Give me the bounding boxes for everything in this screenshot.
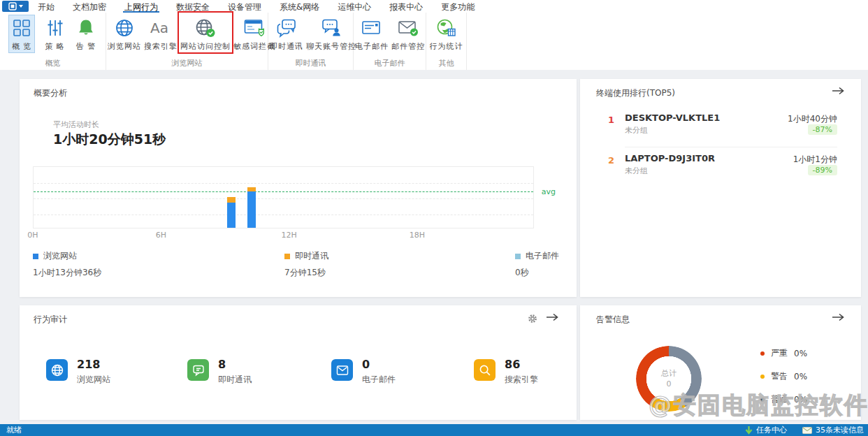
ranking-row[interactable]: 1 DESKTOP-VLKTLE1 未分组 1小时40分钟 -87% [580, 112, 861, 140]
menu-item-start[interactable]: 开始 [36, 1, 56, 13]
legend-label: 电子邮件 [526, 250, 559, 262]
unread-messages-label: 35条未读信息 [816, 425, 864, 435]
mail-icon [361, 17, 382, 39]
legend-label: 警告 [771, 370, 788, 382]
globe-icon [115, 17, 134, 39]
stat-label: 即时通讯 [218, 374, 252, 386]
change-badge: -89% [808, 165, 837, 175]
terminal-duration: 1小时1分钟 [793, 154, 837, 166]
legend-label: 普通 [771, 393, 788, 405]
task-center-button[interactable]: 任务中心 [745, 425, 787, 435]
ribbon-item-browse-web[interactable]: 浏览网站 [106, 15, 143, 53]
chat-icon [187, 359, 209, 381]
sliders-icon [45, 17, 65, 39]
ribbon-item-label: 网站访问控制 [180, 41, 231, 52]
ribbon-item-label: 电子邮件 [355, 41, 389, 52]
menu-item-data-security[interactable]: 数据安全 [175, 1, 211, 13]
terminal-name: DESKTOP-VLKTLE1 [625, 112, 720, 123]
ribbon-item-label: 行为统计 [430, 41, 463, 52]
ribbon-group-other: 行为统计 其他 [426, 13, 467, 70]
legend-value: 1小时13分钟36秒 [33, 267, 101, 279]
summary-panel: 概要分析 平均活动时长 1小时20分钟51秒 avg 0H6H12H18H 浏览… [20, 79, 577, 297]
arrow-right-icon[interactable] [546, 313, 558, 324]
summary-panel-title: 概要分析 [34, 87, 67, 99]
rank-number: 1 [608, 115, 614, 125]
ribbon-item-overview[interactable]: 概 览 [8, 15, 36, 53]
chat-user-icon [321, 17, 342, 39]
legend-label: 浏览网站 [43, 250, 77, 262]
stat-search-engine[interactable]: 86 搜索引擎 [474, 359, 538, 386]
menu-item-system-network[interactable]: 系统&网络 [278, 1, 321, 13]
terminal-name: LAPTOP-D9J3IT0R [625, 153, 715, 164]
ribbon-item-mail-control[interactable]: 邮件管控 [390, 15, 426, 53]
avg-activity-label: 平均活动时长 [53, 119, 99, 130]
stat-value: 86 [505, 359, 538, 370]
legend-dot [760, 351, 765, 356]
chart-bar-segment [227, 203, 236, 228]
ribbon-item-label: 邮件管控 [391, 41, 425, 52]
ribbon-item-behavior-stats[interactable]: 行为统计 [428, 15, 465, 53]
chevron-down-icon [19, 5, 23, 8]
menu-item-device-mgmt[interactable]: 设备管理 [226, 1, 263, 13]
stat-value: 0 [362, 359, 396, 370]
ribbon-item-email[interactable]: 电子邮件 [354, 15, 390, 53]
menu-item-report-center[interactable]: 报表中心 [388, 1, 424, 13]
ribbon-item-label: 搜索引擎 [144, 41, 178, 52]
ribbon-group-label: 电子邮件 [354, 59, 426, 70]
ribbon-group-im: 即时通讯 聊天账号管控 即时通讯 [268, 13, 354, 70]
x-axis-tick: 6H [156, 231, 166, 240]
donut-center-value: 0 [667, 379, 672, 389]
ranking-row[interactable]: 2 LAPTOP-D9J3IT0R 未分组 1小时1分钟 -89% [580, 153, 861, 181]
ribbon-item-label: 概 览 [12, 41, 32, 52]
grid-icon [12, 17, 31, 39]
menu-items: 开始 文档加密 上网行为 数据安全 设备管理 系统&网络 运维中心 报表中心 更… [36, 0, 476, 13]
svg-text:Aa: Aa [150, 20, 168, 36]
globe-stats-icon [436, 17, 457, 39]
ribbon-item-policy[interactable]: 策 略 [43, 15, 66, 53]
menu-item-doc-encrypt[interactable]: 文档加密 [71, 1, 108, 13]
ribbon-item-alert[interactable]: 告 警 [75, 15, 98, 53]
audit-panel-title: 行为审计 [34, 314, 67, 326]
stat-browse-web[interactable]: 218 浏览网站 [46, 359, 110, 386]
search-icon [474, 359, 496, 381]
ribbon-item-search-engine[interactable]: Aa 搜索引擎 [143, 15, 179, 53]
ribbon-item-label: 浏览网站 [108, 41, 141, 52]
ribbon-group-overview: 概 览 策 略 告 警 概览 [0, 13, 106, 70]
legend-swatch [515, 254, 521, 259]
menu-item-more[interactable]: 更多功能 [440, 1, 476, 13]
globe-icon [46, 359, 68, 381]
donut-center-label: 总计 [661, 368, 677, 379]
stat-im[interactable]: 8 即时通讯 [187, 359, 252, 386]
legend-value: 0% [794, 395, 807, 405]
gear-icon[interactable] [528, 314, 537, 326]
change-badge: -87% [808, 124, 837, 135]
arrow-right-icon[interactable] [832, 87, 844, 97]
ribbon-item-label: 即时通讯 [270, 41, 303, 52]
unread-messages-button[interactable]: 35条未读信息 [802, 425, 864, 435]
aa-text-icon: Aa [149, 17, 173, 39]
ribbon-item-chat-account-control[interactable]: 聊天账号管控 [305, 15, 358, 53]
terminal-group: 未分组 [625, 125, 648, 136]
ribbon-toolbar: 概 览 策 略 告 警 概览 [0, 13, 868, 71]
alerts-panel-title: 告警信息 [596, 314, 630, 326]
terminal-group: 未分组 [625, 166, 648, 176]
stat-label: 电子邮件 [362, 374, 396, 386]
app-menu-button[interactable] [2, 1, 29, 12]
legend-swatch [284, 254, 290, 259]
legend-value: 0秒 [515, 267, 559, 279]
task-center-label: 任务中心 [756, 425, 787, 435]
menu-item-internet-behavior[interactable]: 上网行为 [123, 1, 159, 13]
donut-center-text: 总计 0 [636, 346, 702, 412]
ranking-panel-title: 终端使用排行(TOP5) [596, 87, 675, 99]
ribbon-item-web-access-control[interactable]: 网站访问控制 [179, 15, 232, 53]
ribbon-group-label: 概览 [0, 59, 106, 70]
ribbon-item-im[interactable]: 即时通讯 [268, 15, 305, 53]
stat-email[interactable]: 0 电子邮件 [331, 359, 396, 386]
legend-label: 即时通讯 [295, 250, 328, 262]
chart-bar-segment [227, 197, 236, 203]
menu-item-ops-center[interactable]: 运维中心 [336, 1, 372, 13]
mail-check-icon [398, 17, 419, 39]
ranking-panel: 终端使用排行(TOP5) 1 DESKTOP-VLKTLE1 未分组 1小时40… [580, 79, 861, 297]
arrow-right-icon[interactable] [832, 313, 844, 324]
status-bar: 就绪 任务中心 35条未读信息 [0, 424, 868, 436]
